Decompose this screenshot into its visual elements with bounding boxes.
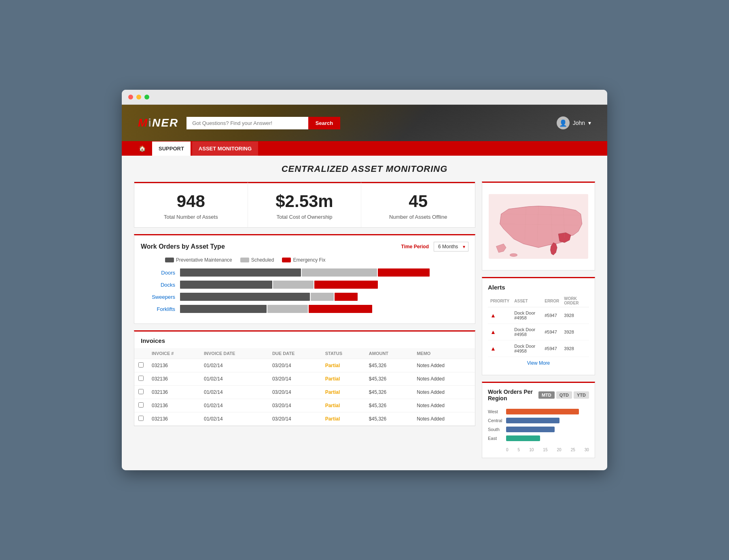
legend-pm-color	[165, 258, 174, 262]
main-content: CENTRALIZED ASSET MONITORING 948 Total N…	[122, 156, 607, 470]
chart-bars-sweepers	[180, 293, 468, 301]
nav-item-asset-monitoring[interactable]: ASSET MONITORING	[192, 142, 258, 156]
search-input[interactable]	[186, 117, 308, 129]
region-bar	[506, 435, 540, 441]
invoice-date: 01/02/14	[200, 359, 268, 372]
kpi-total-assets-label: Total Number of Assets	[142, 214, 239, 220]
alerts-col-workorder: WORK ORDER	[562, 295, 589, 307]
invoice-due: 03/20/14	[268, 412, 321, 426]
close-dot[interactable]	[128, 95, 133, 99]
work-orders-panel: Work Orders by Asset Type Time Period 6 …	[134, 234, 475, 324]
invoice-memo: Notes Added	[413, 359, 475, 372]
invoice-number: 032136	[148, 372, 200, 386]
kpi-total-cost-label: Total Cost of Ownership	[256, 214, 353, 220]
invoices-header-row: INVOICE # INVOICE DATE DUE DATE STATUS A…	[134, 348, 475, 359]
region-label: East	[488, 436, 506, 441]
table-row: 032136 01/02/14 03/20/14 Partial $45,326…	[134, 359, 475, 372]
alert-priority-icon: ▲	[488, 340, 512, 357]
region-tab-qtd[interactable]: QTD	[556, 391, 572, 399]
user-dropdown-icon[interactable]: ▾	[588, 120, 591, 126]
invoice-amount: $45,326	[365, 412, 413, 426]
bar-forklifts-emerg	[309, 305, 372, 313]
invoices-col-status: STATUS	[321, 348, 365, 359]
search-bar: Search	[186, 117, 340, 129]
region-bar	[506, 427, 555, 432]
us-map-svg	[489, 189, 588, 264]
bar-forklifts-sched	[267, 305, 308, 313]
alert-work-order: 3928	[562, 307, 589, 324]
chart-label-sweepers[interactable]: Sweepers	[145, 294, 175, 300]
invoice-status: Partial	[321, 359, 365, 372]
region-axis: 0 5 10 15 20 25 30	[488, 448, 589, 452]
table-row: 032136 01/02/14 03/20/14 Partial $45,326…	[134, 412, 475, 426]
chart-rows: Doors Docks	[141, 268, 468, 313]
bar-sweepers-sched	[311, 293, 334, 301]
time-period-select[interactable]: 6 Months 3 Months 1 Year	[434, 242, 468, 251]
invoice-due: 03/20/14	[268, 386, 321, 399]
invoice-memo: Notes Added	[413, 386, 475, 399]
region-tab-mtd[interactable]: MTD	[538, 391, 555, 399]
bar-doors-emerg	[378, 268, 430, 277]
region-bar	[506, 418, 559, 423]
nav-item-support[interactable]: SUPPORT	[152, 142, 191, 156]
bar-docks-pm	[180, 281, 272, 289]
chart-label-docks[interactable]: Docks	[145, 282, 175, 288]
invoice-memo: Notes Added	[413, 372, 475, 386]
invoice-date: 01/02/14	[200, 386, 268, 399]
chart-row-forklifts: Forklifts	[145, 305, 468, 313]
chart-label-forklifts[interactable]: Forklifts	[145, 306, 175, 312]
invoices-col-due: DUE DATE	[268, 348, 321, 359]
invoice-status: Partial	[321, 412, 365, 426]
dashboard-layout: 948 Total Number of Assets $2.53m Total …	[134, 182, 595, 458]
alerts-col-asset: ASSET	[512, 295, 542, 307]
table-row: 032136 01/02/14 03/20/14 Partial $45,326…	[134, 372, 475, 386]
time-period-select-wrapper: 6 Months 3 Months 1 Year ▼	[434, 242, 468, 251]
kpi-offline-assets-label: Number of Assets Offline	[369, 214, 467, 220]
legend-pm: Preventative Maintenance	[165, 257, 232, 263]
invoice-status: Partial	[321, 372, 365, 386]
invoices-col-memo: MEMO	[413, 348, 475, 359]
view-more-link[interactable]: View More	[488, 357, 589, 369]
chart-bars-doors	[180, 268, 468, 277]
invoice-amount: $45,326	[365, 372, 413, 386]
minimize-dot[interactable]	[136, 95, 141, 99]
alerts-title: Alerts	[488, 284, 589, 291]
invoices-col-number: INVOICE #	[148, 348, 200, 359]
invoice-number: 032136	[148, 359, 200, 372]
invoices-col-amount: AMOUNT	[365, 348, 413, 359]
region-panel: Work Orders Per Region MTD QTD YTD West …	[482, 382, 595, 458]
alert-error: #5947	[542, 324, 562, 340]
legend-scheduled-label: Scheduled	[251, 257, 274, 263]
kpi-total-cost-value: $2.53m	[256, 193, 353, 210]
invoice-checkbox[interactable]	[134, 386, 148, 399]
chart-bars-docks	[180, 281, 468, 289]
header: MiNER Search 👤 John ▾	[122, 105, 607, 141]
alerts-header-row: PRIORITY ASSET ERROR WORK ORDER	[488, 295, 589, 307]
invoice-date: 01/02/14	[200, 412, 268, 426]
list-item: ▲ Dock Door #4958 #5947 3928	[488, 340, 589, 357]
maximize-dot[interactable]	[144, 95, 149, 99]
legend-scheduled-color	[240, 258, 249, 262]
search-button[interactable]: Search	[308, 117, 340, 129]
invoice-status: Partial	[321, 399, 365, 412]
invoice-checkbox[interactable]	[134, 399, 148, 412]
chart-legend: Preventative Maintenance Scheduled Emerg…	[141, 257, 468, 263]
legend-emergency-color	[282, 258, 291, 262]
alert-work-order: 3928	[562, 324, 589, 340]
region-tab-ytd[interactable]: YTD	[574, 391, 589, 399]
region-label: South	[488, 427, 506, 432]
alert-priority-icon: ▲	[488, 324, 512, 340]
invoice-checkbox[interactable]	[134, 359, 148, 372]
bar-doors-pm	[180, 268, 301, 277]
nav-home-icon[interactable]: 🏠	[134, 141, 150, 156]
invoice-checkbox[interactable]	[134, 412, 148, 426]
invoice-checkbox[interactable]	[134, 372, 148, 386]
map-panel	[482, 182, 595, 270]
invoice-amount: $45,326	[365, 359, 413, 372]
bar-sweepers-pm	[180, 293, 310, 301]
alert-asset: Dock Door #4958	[512, 340, 542, 357]
work-orders-header: Work Orders by Asset Type Time Period 6 …	[141, 242, 468, 251]
chart-label-doors[interactable]: Doors	[145, 270, 175, 276]
work-orders-title: Work Orders by Asset Type	[141, 243, 225, 250]
bar-docks-emerg	[314, 281, 378, 289]
